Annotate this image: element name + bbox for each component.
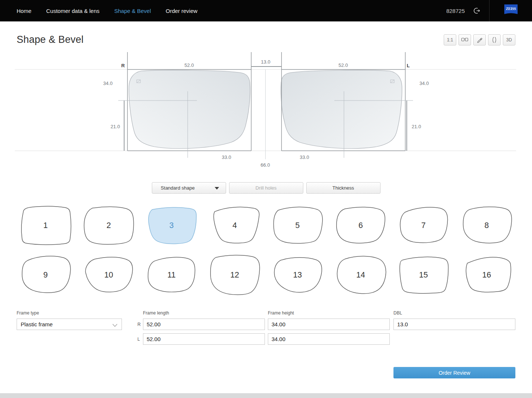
- frame-type-label: Frame type: [17, 310, 122, 316]
- left-lens-shape: [281, 70, 402, 149]
- order-number: 828725: [446, 8, 465, 14]
- frame-height-label: Frame height: [268, 310, 390, 316]
- half-pd-left-value: 33.0: [300, 154, 309, 160]
- nav-item-home[interactable]: Home: [17, 8, 31, 14]
- half-pd-right-value: 33.0: [222, 154, 231, 160]
- frame-length-right-input[interactable]: [143, 319, 265, 330]
- total-pd-value: 66.0: [260, 162, 270, 168]
- svg-text:3: 3: [169, 221, 174, 230]
- shape-option-9[interactable]: 9: [17, 254, 75, 296]
- three-d-button[interactable]: 3D: [503, 34, 515, 45]
- shape-option-11[interactable]: 11: [143, 254, 201, 296]
- pencil-icon: [477, 37, 482, 43]
- shape-option-6[interactable]: 6: [332, 205, 390, 246]
- svg-text:10: 10: [104, 271, 113, 279]
- svg-text:14: 14: [356, 271, 365, 279]
- drill-holes-button[interactable]: Drill holes: [229, 182, 303, 194]
- svg-text:9: 9: [43, 271, 48, 279]
- svg-text:2: 2: [106, 221, 111, 230]
- lens-diagram-canvas: [0, 48, 532, 170]
- shape-option-10[interactable]: 10: [80, 254, 138, 296]
- lower-right-value: 21.0: [110, 124, 120, 129]
- shape-option-16[interactable]: 16: [458, 254, 516, 296]
- right-tag: R: [137, 322, 143, 327]
- chevron-down-icon: [215, 187, 219, 190]
- frame-height-left-input[interactable]: [268, 333, 390, 345]
- frame-form: Frame type Plastic frame Frame length R …: [0, 310, 532, 345]
- svg-text:4: 4: [232, 221, 237, 230]
- shape-option-12[interactable]: 12: [206, 254, 264, 296]
- bottom-strip: [0, 393, 532, 398]
- left-tag: L: [137, 337, 143, 342]
- svg-text:13: 13: [293, 271, 302, 279]
- shape-option-4[interactable]: 4: [206, 205, 264, 246]
- shape-option-3[interactable]: 3: [143, 205, 201, 246]
- shape-option-8[interactable]: 8: [458, 205, 516, 246]
- shape-option-2[interactable]: 2: [80, 205, 138, 246]
- scale-1-1-button[interactable]: 1:1: [444, 34, 456, 45]
- nav-item-shape-bevel[interactable]: Shape & Bevel: [114, 8, 151, 14]
- shape-option-13[interactable]: 13: [269, 254, 327, 296]
- order-review-button[interactable]: Order Review: [393, 367, 515, 378]
- svg-text:15: 15: [419, 271, 428, 279]
- shape-option-7[interactable]: 7: [395, 205, 453, 246]
- zeiss-logo: ZEISS: [504, 4, 518, 17]
- shape-option-5[interactable]: 5: [269, 205, 327, 246]
- svg-text:8: 8: [484, 221, 489, 230]
- svg-text:12: 12: [230, 271, 239, 279]
- shape-gallery: 12345678910111213141516: [0, 205, 532, 296]
- chevron-down-icon: [112, 322, 118, 329]
- shape-option-14[interactable]: 14: [332, 254, 390, 296]
- svg-text:11: 11: [167, 271, 175, 279]
- svg-text:7: 7: [421, 221, 426, 230]
- view-toolbar: 1:1 3D: [444, 34, 515, 45]
- svg-text:6: 6: [358, 221, 363, 230]
- width-left-value: 52.0: [338, 62, 348, 68]
- bevel-view-button[interactable]: [488, 34, 501, 45]
- right-lens-shape: [129, 70, 250, 149]
- nav-item-order-review[interactable]: Order review: [166, 8, 198, 14]
- standard-shape-label: Standard shape: [161, 185, 195, 191]
- standard-shape-dropdown[interactable]: Standard shape: [152, 182, 226, 194]
- svg-text:5: 5: [295, 221, 300, 230]
- page-title: Shape & Bevel: [17, 34, 83, 45]
- left-box-label: L: [407, 63, 410, 68]
- shape-actions: Standard shape Drill holes Thickness: [0, 182, 532, 194]
- shape-option-15[interactable]: 15: [395, 254, 453, 296]
- frame-length-label: Frame length: [143, 310, 265, 316]
- frame-view-button[interactable]: [458, 34, 471, 45]
- svg-text:ZEISS: ZEISS: [506, 7, 516, 11]
- dbl-input[interactable]: [393, 319, 515, 330]
- bevel-icon: [491, 37, 497, 43]
- bridge-value: 13.0: [261, 59, 270, 65]
- height-left-value: 34.0: [419, 81, 429, 86]
- svg-text:1: 1: [43, 221, 48, 230]
- lower-left-value: 21.0: [412, 124, 421, 129]
- svg-text:16: 16: [482, 271, 491, 279]
- thickness-button[interactable]: Thickness: [306, 182, 381, 194]
- lens-diagram: R L 52.0 52.0 13.0 34.0 34.0 21.0 21.0 3…: [0, 48, 532, 170]
- right-box-label: R: [121, 63, 125, 68]
- edit-shape-button[interactable]: [473, 34, 486, 45]
- frame-type-value: Plastic frame: [21, 321, 53, 327]
- shape-option-1[interactable]: 1: [17, 205, 75, 246]
- logout-icon[interactable]: [473, 7, 481, 15]
- dbl-label: DBL: [393, 310, 515, 316]
- frame-height-right-input[interactable]: [268, 319, 390, 330]
- glasses-icon: [461, 37, 468, 42]
- height-right-value: 34.0: [103, 81, 112, 86]
- width-right-value: 52.0: [184, 62, 194, 68]
- frame-length-left-input[interactable]: [143, 333, 265, 345]
- top-nav: Home Customer data & lens Shape & Bevel …: [0, 0, 532, 21]
- nav-item-customer-data[interactable]: Customer data & lens: [46, 8, 99, 14]
- frame-type-select[interactable]: Plastic frame: [17, 319, 122, 330]
